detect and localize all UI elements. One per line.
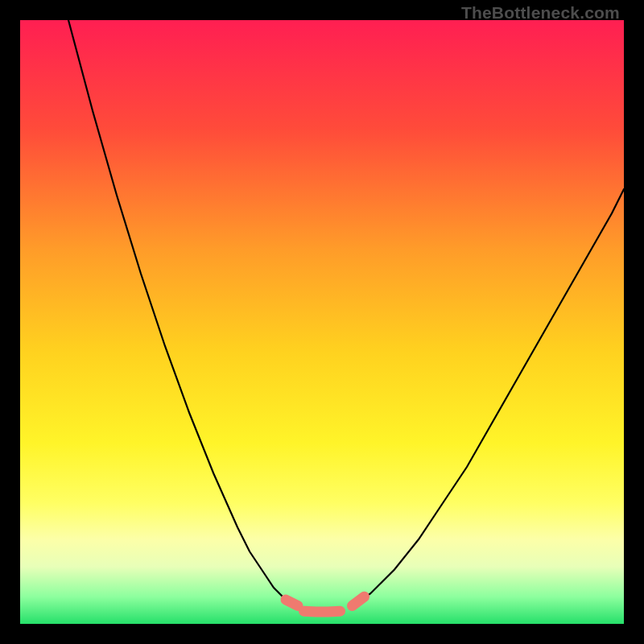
gradient-background: [20, 20, 624, 624]
bottleneck-chart: [20, 20, 624, 624]
bottom-mark-mid: [304, 611, 341, 612]
bottom-mark-right: [353, 597, 365, 605]
outer-frame: TheBottleneck.com: [0, 0, 644, 644]
bottom-mark-left: [286, 600, 298, 606]
watermark-text: TheBottleneck.com: [461, 3, 620, 23]
plot-area: [20, 20, 624, 624]
